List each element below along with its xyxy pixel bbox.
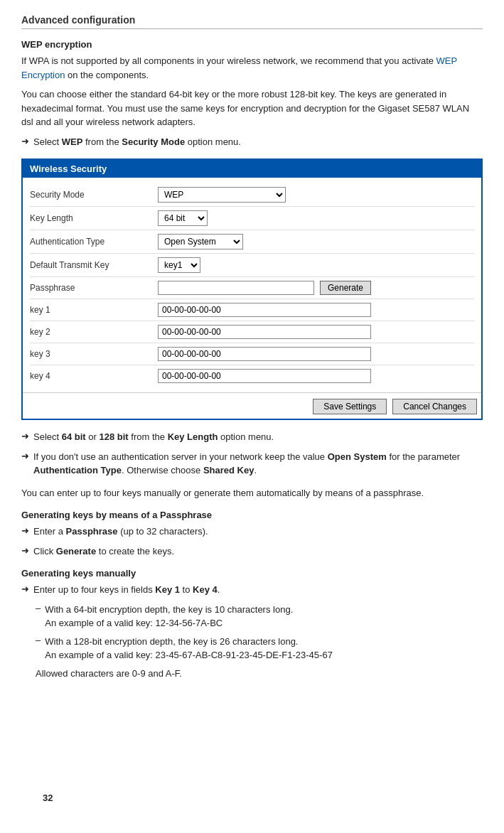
arrow-enter-keys: ➜ Enter up to four keys in fields Key 1 … <box>21 583 483 597</box>
ws-table-title: Wireless Security <box>23 160 481 178</box>
ws-label-passphrase: Passphrase <box>30 283 158 293</box>
sub-dash-2: – <box>36 635 41 645</box>
wep-encryption-link[interactable]: WEP Encryption <box>21 55 457 80</box>
arrow-key-length: ➜ Select 64 bit or 128 bit from the Key … <box>21 430 483 444</box>
ws-row-passphrase: Passphrase Generate <box>30 277 474 299</box>
arrow-icon-3: ➜ <box>21 451 29 461</box>
key-length-select[interactable]: 64 bit 128 bit <box>158 210 208 226</box>
ws-label-key-length: Key Length <box>30 213 158 223</box>
ws-control-key4 <box>158 369 474 383</box>
ws-control-key2 <box>158 325 474 339</box>
ws-control-security-mode: WEP WPA None <box>158 187 474 203</box>
wireless-security-table: Wireless Security Security Mode WEP WPA … <box>21 158 483 420</box>
sub-dash-1: – <box>36 603 41 613</box>
save-settings-button[interactable]: Save Settings <box>313 399 387 414</box>
ws-row-key1: key 1 <box>30 299 474 321</box>
allowed-chars: Allowed characters are 0-9 and A-F. <box>36 667 483 681</box>
sub-text-64bit: With a 64-bit encryption depth, the key … <box>45 603 293 630</box>
sub-item-128bit: – With a 128-bit encryption depth, the k… <box>36 635 483 662</box>
ws-control-key-length: 64 bit 128 bit <box>158 210 474 226</box>
para-middle: You can enter up to four keys manually o… <box>21 486 483 500</box>
ws-label-key3: key 3 <box>30 349 158 359</box>
wep-para1: If WPA is not supported by all component… <box>21 54 483 82</box>
ws-control-passphrase: Generate <box>158 281 474 295</box>
ws-control-auth-type: Open System Shared Key <box>158 234 474 249</box>
arrow-icon-4: ➜ <box>21 525 29 536</box>
arrow-icon-5: ➜ <box>21 545 29 556</box>
security-mode-select[interactable]: WEP WPA None <box>158 187 286 203</box>
key2-input[interactable] <box>158 325 371 339</box>
ws-row-auth-type: Authentication Type Open System Shared K… <box>30 230 474 254</box>
arrow-select-wep: ➜ Select WEP from the Security Mode opti… <box>21 135 483 149</box>
ws-table-body: Security Mode WEP WPA None Key Length 64… <box>23 178 481 392</box>
page-number: 32 <box>43 792 53 803</box>
passphrase-input[interactable] <box>158 281 314 295</box>
ws-row-transmit-key: Default Transmit Key key1 key2 key3 key4 <box>30 254 474 277</box>
arrow-icon-6: ➜ <box>21 584 29 594</box>
ws-label-transmit-key: Default Transmit Key <box>30 260 158 270</box>
ws-row-key-length: Key Length 64 bit 128 bit <box>30 207 474 230</box>
arrow-icon-2: ➜ <box>21 431 29 441</box>
gen-passphrase-heading: Generating keys by means of a Passphrase <box>21 510 483 520</box>
wep-para2: You can choose either the standard 64-bi… <box>21 87 483 129</box>
ws-row-key3: key 3 <box>30 343 474 365</box>
arrow-click-generate: ➜ Click Generate to create the keys. <box>21 544 483 559</box>
ws-label-key4: key 4 <box>30 371 158 381</box>
ws-control-transmit-key: key1 key2 key3 key4 <box>158 257 474 273</box>
arrow-auth-type: ➜ If you don't use an authentication ser… <box>21 450 483 478</box>
sub-text-128bit: With a 128-bit encryption depth, the key… <box>45 635 333 662</box>
sub-item-64bit: – With a 64-bit encryption depth, the ke… <box>36 603 483 630</box>
ws-footer: Save Settings Cancel Changes <box>23 392 481 419</box>
ws-control-key1 <box>158 303 474 317</box>
ws-row-key2: key 2 <box>30 321 474 343</box>
ws-row-key4: key 4 <box>30 365 474 387</box>
generate-button[interactable]: Generate <box>320 281 371 295</box>
key4-input[interactable] <box>158 369 371 383</box>
key1-input[interactable] <box>158 303 371 317</box>
ws-label-security-mode: Security Mode <box>30 190 158 200</box>
ws-label-auth-type: Authentication Type <box>30 237 158 247</box>
ws-row-security-mode: Security Mode WEP WPA None <box>30 183 474 207</box>
auth-type-select[interactable]: Open System Shared Key <box>158 234 243 249</box>
page-title: Advanced configuration <box>21 14 483 29</box>
transmit-key-select[interactable]: key1 key2 key3 key4 <box>158 257 200 273</box>
key3-input[interactable] <box>158 347 371 361</box>
ws-label-key1: key 1 <box>30 305 158 315</box>
wep-section-heading: WEP encryption <box>21 39 483 50</box>
cancel-changes-button[interactable]: Cancel Changes <box>392 399 477 414</box>
ws-label-key2: key 2 <box>30 327 158 337</box>
arrow-icon: ➜ <box>21 136 29 146</box>
sub-list: – With a 64-bit encryption depth, the ke… <box>36 603 483 662</box>
gen-manually-heading: Generating keys manually <box>21 568 483 579</box>
arrow-enter-passphrase: ➜ Enter a Passphrase (up to 32 character… <box>21 525 483 539</box>
ws-control-key3 <box>158 347 474 361</box>
